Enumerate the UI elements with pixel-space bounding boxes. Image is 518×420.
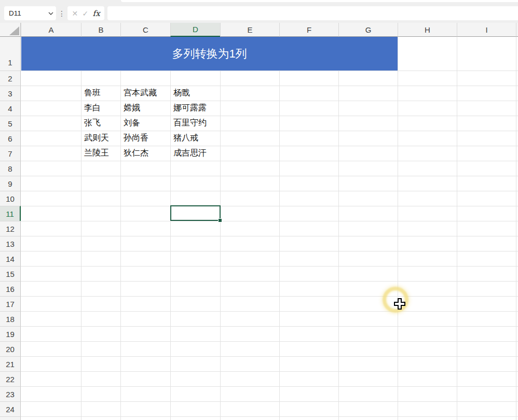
row-header-20[interactable]: 20	[0, 341, 21, 356]
fill-handle[interactable]	[218, 218, 222, 222]
row-header-11[interactable]: 11	[0, 206, 21, 221]
column-header-sliver	[516, 23, 518, 37]
title-banner-cell[interactable]: 多列转换为1列	[21, 37, 398, 71]
cell-B5[interactable]: 张飞	[81, 116, 120, 131]
row-header-4[interactable]: 4	[0, 101, 21, 116]
gridline-horizontal	[21, 281, 518, 282]
toolbar-overflow-dots[interactable]: ⋮	[58, 6, 65, 20]
enter-icon[interactable]: ✓	[82, 9, 88, 18]
gridline-horizontal	[21, 311, 518, 312]
select-all-triangle-icon	[9, 26, 19, 35]
gridline-horizontal	[21, 341, 518, 342]
cell-B4[interactable]: 李白	[81, 101, 120, 116]
cell-cross-cursor-icon	[393, 298, 406, 312]
row-header-16[interactable]: 16	[0, 281, 21, 296]
gridline-horizontal	[21, 191, 518, 191]
column-header-G[interactable]: G	[338, 23, 398, 37]
name-box-value: D11	[4, 9, 46, 17]
cell-C6[interactable]: 孙尚香	[120, 131, 170, 146]
dots-icon: ⋮	[58, 9, 65, 18]
column-header-E[interactable]: E	[220, 23, 279, 37]
column-header-B[interactable]: B	[81, 23, 120, 37]
title-banner-text: 多列转换为1列	[172, 46, 247, 62]
cancel-icon[interactable]: ✕	[72, 9, 78, 18]
cell-B3[interactable]: 鲁班	[81, 86, 120, 101]
row-header-15[interactable]: 15	[0, 266, 21, 281]
row-header-14[interactable]: 14	[0, 251, 21, 266]
cell-C7[interactable]: 狄仁杰	[120, 146, 170, 161]
name-box[interactable]: D11	[4, 6, 56, 20]
gridline-horizontal	[21, 326, 518, 327]
row-header-25[interactable]: 25	[0, 416, 21, 420]
row-header-24[interactable]: 24	[0, 401, 21, 416]
gridline-horizontal	[21, 251, 518, 251]
gridline-vertical	[398, 37, 398, 420]
row-header-10[interactable]: 10	[0, 191, 21, 206]
gridline-vertical	[279, 37, 280, 420]
cell-D4[interactable]: 娜可露露	[170, 101, 220, 116]
cell-B6[interactable]: 武则天	[81, 131, 120, 146]
gridline-vertical	[220, 37, 221, 420]
row-header-12[interactable]: 12	[0, 221, 21, 236]
chevron-down-icon[interactable]	[46, 12, 56, 15]
gridline-horizontal	[21, 176, 518, 176]
insert-function-icon[interactable]: fx	[93, 9, 100, 18]
gridline-horizontal	[21, 386, 518, 387]
row-header-7[interactable]: 7	[0, 146, 21, 161]
formula-toolbar: D11 ⋮ ✕ ✓ fx	[0, 0, 518, 23]
gridline-horizontal	[21, 71, 518, 71]
gridline-vertical	[516, 37, 516, 420]
gridline-horizontal	[21, 221, 518, 221]
row-header-9[interactable]: 9	[0, 176, 21, 191]
formula-bar-input[interactable]	[107, 6, 518, 20]
cell-D5[interactable]: 百里守约	[170, 116, 220, 131]
column-header-A[interactable]: A	[21, 23, 81, 37]
cell-D7[interactable]: 成吉思汗	[170, 146, 220, 161]
row-header-1[interactable]: 1	[0, 37, 21, 71]
row-header-18[interactable]: 18	[0, 311, 21, 326]
column-header-D[interactable]: D	[170, 23, 220, 37]
cell-D6[interactable]: 猪八戒	[170, 131, 220, 146]
active-cell-selection[interactable]	[170, 205, 221, 221]
gridline-horizontal	[21, 266, 518, 267]
gridline-horizontal	[21, 296, 518, 297]
cell-C4[interactable]: 嫦娥	[120, 101, 170, 116]
row-header-8[interactable]: 8	[0, 161, 21, 176]
row-header-23[interactable]: 23	[0, 386, 21, 401]
row-header-19[interactable]: 19	[0, 326, 21, 341]
cell-C3[interactable]: 宫本武藏	[120, 86, 170, 101]
row-header-2[interactable]: 2	[0, 71, 21, 86]
row-header-22[interactable]: 22	[0, 371, 21, 386]
row-header-21[interactable]: 21	[0, 356, 21, 371]
gridline-vertical	[457, 37, 457, 420]
cell-B7[interactable]: 兰陵王	[81, 146, 120, 161]
column-header-F[interactable]: F	[279, 23, 338, 37]
column-header-H[interactable]: H	[398, 23, 457, 37]
row-header-5[interactable]: 5	[0, 116, 21, 131]
ribbon-bottom-edge	[121, 0, 518, 2]
cell-D3[interactable]: 杨戬	[170, 86, 220, 101]
select-all-corner[interactable]	[0, 23, 21, 37]
row-header-3[interactable]: 3	[0, 86, 21, 101]
row-header-13[interactable]: 13	[0, 236, 21, 251]
row-header-6[interactable]: 6	[0, 131, 21, 146]
gridline-horizontal	[21, 206, 518, 206]
column-header-C[interactable]: C	[120, 23, 170, 37]
cell-C5[interactable]: 刘备	[120, 116, 170, 131]
gridline-horizontal	[21, 401, 518, 402]
column-header-I[interactable]: I	[457, 23, 516, 37]
row-header-17[interactable]: 17	[0, 296, 21, 311]
formula-buttons: ✕ ✓ fx	[67, 6, 104, 20]
gridline-horizontal	[21, 371, 518, 372]
gridline-horizontal	[21, 236, 518, 236]
gridline-vertical	[338, 37, 339, 420]
gridline-horizontal	[21, 161, 518, 161]
gridline-horizontal	[21, 416, 518, 417]
gridline-horizontal	[21, 356, 518, 357]
